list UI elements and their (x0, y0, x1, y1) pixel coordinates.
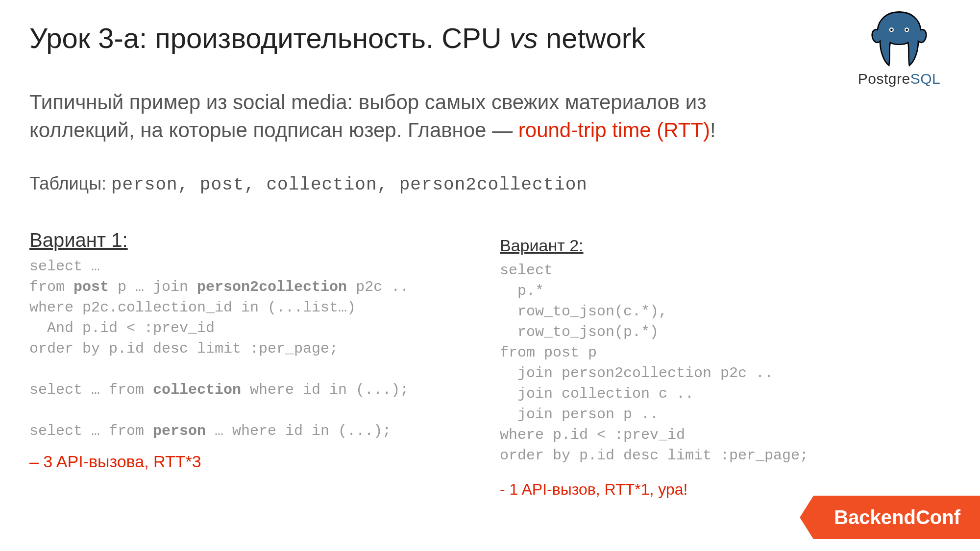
variant-2-code: select p.* row_to_json(c.*), row_to_json… (500, 260, 951, 466)
table-names: person, post, collection, person2collect… (111, 175, 588, 195)
variant-1-heading: Вариант 1: (29, 229, 480, 251)
variant-1-result: – 3 API-вызова, RTT*3 (29, 452, 480, 471)
slide: Урок 3-а: производительность. CPU vs net… (0, 0, 980, 551)
variant-2-heading: Вариант 2: (500, 236, 951, 255)
intro-text: Типичный пример из social media: выбор с… (29, 89, 813, 144)
rtt-highlight: round-trip time (RTT) (518, 119, 710, 142)
title-suffix: network (538, 22, 645, 54)
postgresql-logo: PostgreSQL (848, 7, 951, 87)
title-prefix: Урок 3-а: производительность. CPU (29, 22, 510, 54)
conference-badge: BackendConf (800, 496, 980, 539)
postgresql-wordmark: PostgreSQL (848, 71, 951, 87)
tables-line: Таблицы: person, post, collection, perso… (29, 173, 951, 195)
columns: Вариант 1: select … from post p … join p… (29, 229, 951, 499)
svg-point-2 (890, 28, 893, 31)
elephant-icon (848, 7, 951, 71)
variant-1-code: select … from post p … join person2colle… (29, 256, 480, 441)
slide-title: Урок 3-а: производительность. CPU vs net… (29, 22, 951, 54)
variant-2: Вариант 2: select p.* row_to_json(c.*), … (500, 236, 951, 499)
svg-point-3 (906, 28, 908, 31)
title-vs: vs (510, 22, 538, 54)
variant-1: Вариант 1: select … from post p … join p… (29, 229, 480, 499)
